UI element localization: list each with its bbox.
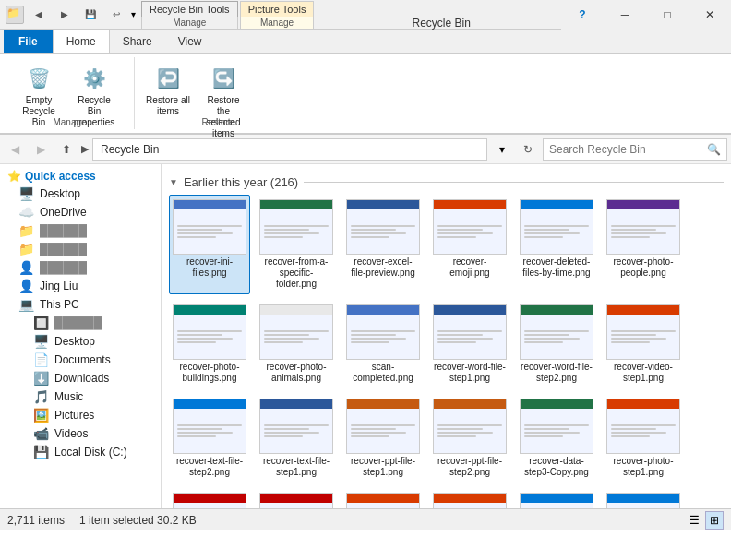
sidebar-item-music[interactable]: 🎵 Music [0, 387, 161, 406]
search-box[interactable]: 🔍 [543, 138, 727, 161]
tiles-view-btn[interactable]: ⊞ [705, 511, 724, 530]
file-name: recover-photo-buildings.png [174, 362, 246, 384]
sidebar-quick-access[interactable]: ⭐ Quick access [0, 168, 161, 185]
file-item[interactable]: recover-from-a-specific-folder.png [256, 195, 337, 294]
file-thumbnail [346, 199, 420, 255]
sidebar-item-user2[interactable]: 📁 ██████ [0, 240, 161, 258]
refresh-button[interactable]: ↻ [517, 138, 539, 161]
file-name: recover-from-a-specific-folder.png [260, 256, 332, 290]
forward-btn-title[interactable]: ▶ [54, 4, 76, 26]
file-item[interactable]: recover-ppt-file-step2.png [429, 394, 510, 483]
desktop2-icon: 🖥️ [33, 334, 49, 349]
file-thumbnail [433, 199, 507, 255]
tab-home[interactable]: Home [53, 30, 110, 53]
main-area: ⭐ Quick access 🖥️ Desktop ☁️ OneDrive 📁 … [0, 164, 731, 508]
sidebar-item-desktop[interactable]: 🖥️ Desktop [0, 185, 161, 203]
file-thumbnail [606, 199, 680, 255]
manage-label-2: Manage [240, 17, 315, 30]
sidebar-item-pictures[interactable]: 🖼️ Pictures [0, 406, 161, 424]
file-item[interactable]: recover-deleted-files-by-time.png [516, 195, 597, 294]
quick-access-icon[interactable]: 📁 [6, 6, 24, 24]
properties-icon: ⚙️ [79, 64, 109, 93]
file-item[interactable]: recover-excel-file-preview.png [342, 195, 424, 294]
file-item[interactable]: recover-office-file-step2.png [342, 488, 424, 508]
file-item[interactable]: recover-word-file-step2.png [516, 300, 597, 388]
restore-selected-button[interactable]: ↪️ Restore the selected items [198, 61, 249, 142]
file-item[interactable]: recover-external-device-step3.png [516, 488, 597, 508]
save-btn-title[interactable]: 💾 [79, 4, 102, 26]
file-item[interactable]: recover-pdf-file-step1.png [256, 488, 337, 508]
title-tabs: Recycle Bin Tools Manage Picture Tools M… [141, 0, 561, 30]
music-icon: 🎵 [33, 389, 49, 404]
search-input[interactable] [549, 143, 707, 156]
sidebar-item-thispc[interactable]: 💻 This PC [0, 295, 161, 314]
file-thumbnail [259, 399, 333, 454]
sidebar-item-pcsub[interactable]: 🔲 ██████ [0, 314, 161, 332]
forward-button[interactable]: ▶ [30, 138, 52, 161]
file-item[interactable]: recover-photo-animals.png [256, 300, 337, 388]
file-item[interactable]: recover-emoji.png [429, 195, 510, 294]
file-thumbnail [433, 304, 507, 360]
sidebar-item-jingliu[interactable]: 👤 Jing Liu [0, 277, 161, 295]
file-item[interactable]: recover-ppt-file-step1.png [342, 394, 424, 483]
sidebar-item-downloads[interactable]: ⬇️ Downloads [0, 369, 161, 387]
restore-all-button[interactable]: ↩️ Restore all items [142, 61, 194, 120]
minimize-button[interactable]: ─ [604, 0, 646, 30]
file-name: recover-text-file-step2.png [174, 456, 246, 478]
file-item[interactable]: recover-ini-files.png [169, 195, 250, 294]
file-item[interactable]: recover-photo-people.png [603, 195, 684, 294]
back-btn-title[interactable]: ◀ [28, 4, 50, 26]
restore-group-label: Restore [201, 117, 234, 127]
file-item[interactable]: recover-photo-buildings.png [169, 300, 250, 388]
file-item[interactable]: recover-text-file-step1.png [256, 394, 337, 483]
back-button[interactable]: ◀ [4, 138, 26, 161]
sidebar-item-onedrive[interactable]: ☁️ OneDrive [0, 203, 161, 221]
sidebar-item-documents[interactable]: 📄 Documents [0, 351, 161, 369]
title-bar-left: 📁 ◀ ▶ 💾 ↩ ▾ [0, 4, 141, 26]
details-view-btn[interactable]: ☰ [685, 511, 703, 530]
tab-view[interactable]: View [165, 30, 215, 53]
sidebar-item-videos[interactable]: 📹 Videos [0, 424, 161, 443]
item-count: 2,711 items [7, 514, 65, 527]
file-item[interactable]: recover-office-file-step1.png [429, 488, 510, 508]
file-name: recover-word-file-step2.png [521, 362, 593, 384]
file-thumbnail [606, 304, 680, 360]
maximize-button[interactable]: □ [646, 0, 689, 30]
file-item[interactable]: recover-photo-step1.png [603, 394, 684, 483]
file-name: recover-word-file-step1.png [434, 362, 506, 384]
sidebar-item-user3[interactable]: 👤 ██████ [0, 258, 161, 277]
file-item[interactable]: recover-video-step1.png [603, 300, 684, 388]
picture-tools-tab[interactable]: Picture Tools [240, 1, 315, 17]
file-item[interactable]: scan-completed.png [342, 300, 424, 388]
file-item[interactable]: recover-data-step3-Copy.png [516, 394, 597, 483]
manage-group-label: Manage [53, 117, 86, 127]
file-thumbnail [173, 493, 246, 508]
empty-recycle-icon: 🗑️ [24, 64, 54, 93]
file-item[interactable]: recover-pdf-file-step2.png [169, 488, 250, 508]
onedrive-icon: ☁️ [18, 205, 34, 220]
close-button[interactable]: ✕ [689, 0, 731, 30]
sidebar-desktop2-label: Desktop [54, 335, 95, 348]
quick-access-chevron: ⭐ [7, 170, 21, 183]
dropdown-arrow[interactable]: ▾ [491, 138, 513, 161]
help-button[interactable]: ? [561, 0, 604, 30]
tab-file[interactable]: File [4, 30, 53, 53]
file-item[interactable]: recover-external-device-step2.png [603, 488, 684, 508]
file-thumbnail [259, 304, 333, 360]
undo-btn-title[interactable]: ↩ [105, 4, 127, 26]
status-bar: 2,711 items 1 item selected 30.2 KB ☰ ⊞ [0, 508, 731, 530]
sidebar-thispc-label: This PC [40, 298, 79, 311]
file-item[interactable]: recover-word-file-step1.png [429, 300, 510, 388]
up-button[interactable]: ⬆ [55, 138, 78, 161]
sidebar-item-localdisk[interactable]: 💾 Local Disk (C:) [0, 443, 161, 461]
recycle-bin-tools-tab[interactable]: Recycle Bin Tools [141, 1, 238, 17]
sidebar-pictures-label: Pictures [54, 409, 94, 422]
tab-share[interactable]: Share [110, 30, 165, 53]
sidebar-item-user1[interactable]: 📁 ██████ [0, 221, 161, 240]
title-bar-dropdown[interactable]: ▾ [131, 9, 136, 19]
desktop-icon: 🖥️ [18, 186, 34, 201]
file-item[interactable]: recover-text-file-step2.png [169, 394, 250, 483]
section-chevron[interactable]: ▼ [169, 177, 178, 187]
sidebar-music-label: Music [54, 390, 83, 403]
sidebar-item-desktop2[interactable]: 🖥️ Desktop [0, 332, 161, 351]
